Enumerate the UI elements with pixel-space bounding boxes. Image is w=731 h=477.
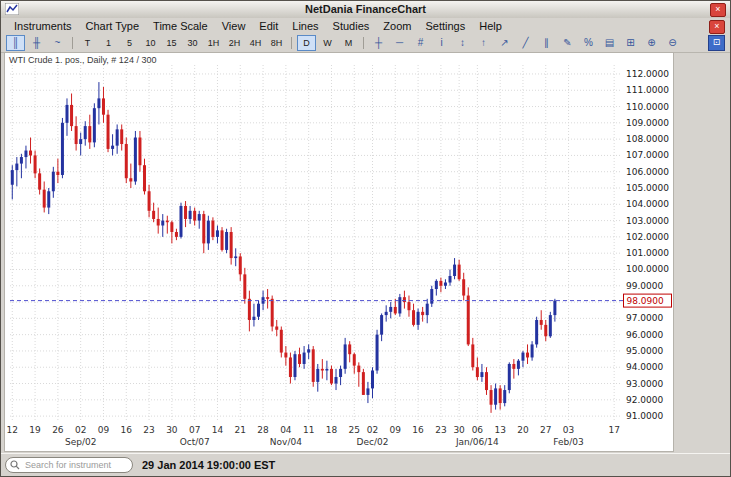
close-window-button[interactable]: × xyxy=(710,3,726,17)
month-axis-label: Oct/07 xyxy=(180,437,210,447)
date-axis-label: 30 xyxy=(453,425,465,435)
date-axis-label: 12 xyxy=(7,425,18,435)
date-axis-label: 14 xyxy=(212,425,224,435)
price-axis-label: 94.0000 xyxy=(626,362,663,372)
timescale-8h-button[interactable]: 8H xyxy=(267,35,286,51)
zoom-in-button[interactable]: ⊕ xyxy=(642,35,661,51)
toolbar: ║╫~T151015301H2H4H8HDWM┼─#i↕↑↗╱∥✎%▤⊞⊕⊖ ⊡ xyxy=(1,34,730,53)
parallel-lines-tool-button[interactable]: ∥ xyxy=(537,35,556,51)
dock-button[interactable]: ⊡ xyxy=(708,35,725,51)
price-axis-label: 110.0000 xyxy=(626,102,669,112)
vertical-scale-button[interactable]: ↕ xyxy=(453,35,472,51)
menu-settings[interactable]: Settings xyxy=(418,19,472,33)
grid-tool-button[interactable]: # xyxy=(411,35,430,51)
chart-plot-area[interactable] xyxy=(10,65,621,421)
toolbar-separator xyxy=(291,37,292,49)
toolbar-items: ║╫~T151015301H2H4H8HDWM┼─#i↕↑↗╱∥✎%▤⊞⊕⊖ xyxy=(1,34,730,52)
date-axis-label: 17 xyxy=(608,425,619,435)
pencil-tool-button[interactable]: ✎ xyxy=(558,35,577,51)
horizontal-line-tool-button[interactable]: ─ xyxy=(390,35,409,51)
candlestick-chart: 112.0000111.0000110.0000109.0000108.0000… xyxy=(5,53,673,451)
status-bar: 29 Jan 2014 19:00:00 EST xyxy=(1,453,730,476)
menu-view[interactable]: View xyxy=(215,19,253,33)
date-axis-label: 09 xyxy=(98,425,110,435)
menu-lines[interactable]: Lines xyxy=(285,19,325,33)
date-axis-label: 11 xyxy=(303,425,314,435)
date-axis-label: 02 xyxy=(367,425,378,435)
price-axis-label: 95.0000 xyxy=(626,346,663,356)
timescale-t-button[interactable]: T xyxy=(78,35,97,51)
print-button[interactable]: ▤ xyxy=(600,35,619,51)
timescale-m-button[interactable]: M xyxy=(339,35,358,51)
date-axis-label: 26 xyxy=(52,425,64,435)
date-axis-label: 13 xyxy=(494,425,505,435)
candlestick-chart-button[interactable]: ║ xyxy=(6,35,25,51)
menu-chart-type[interactable]: Chart Type xyxy=(78,19,146,33)
search-input[interactable] xyxy=(23,459,127,471)
date-axis-label: 04 xyxy=(280,425,292,435)
date-axis-label: 20 xyxy=(517,425,529,435)
title-bar: NetDania FinanceChart × xyxy=(1,1,730,19)
timescale-w-button[interactable]: W xyxy=(318,35,337,51)
timescale-10-button[interactable]: 10 xyxy=(141,35,160,51)
month-axis-label: Dec/02 xyxy=(357,437,389,447)
timescale-1h-button[interactable]: 1H xyxy=(204,35,223,51)
timescale-4h-button[interactable]: 4H xyxy=(246,35,265,51)
toolbar-separator xyxy=(363,37,364,49)
date-axis-label: 16 xyxy=(412,425,424,435)
date-axis-label: 21 xyxy=(235,425,246,435)
price-axis-label: 109.0000 xyxy=(626,118,669,128)
zoom-area-button[interactable]: ⊞ xyxy=(621,35,640,51)
price-axis-label: 102.0000 xyxy=(626,232,669,242)
menu-bar: InstrumentsChart TypeTime ScaleViewEditL… xyxy=(1,18,730,34)
menu-zoom[interactable]: Zoom xyxy=(376,19,418,33)
menu-help[interactable]: Help xyxy=(472,19,509,33)
menu-items: InstrumentsChart TypeTime ScaleViewEditL… xyxy=(1,18,730,34)
price-axis-label: 93.0000 xyxy=(626,379,663,389)
price-axis-label: 108.0000 xyxy=(626,134,669,144)
chart-panel: WTI Crude 1. pos., Daily, # 124 / 300 11… xyxy=(4,52,674,452)
date-axis-label: 27 xyxy=(540,425,551,435)
price-axis-label: 104.0000 xyxy=(626,199,669,209)
zoom-out-button[interactable]: ⊖ xyxy=(663,35,682,51)
crosshair-tool-button[interactable]: ┼ xyxy=(369,35,388,51)
fibonacci-tool-button[interactable]: % xyxy=(579,35,598,51)
last-price-label: 98.0900 xyxy=(627,296,664,306)
price-axis-label: 99.0000 xyxy=(626,281,663,291)
timescale-5-button[interactable]: 5 xyxy=(120,35,139,51)
date-axis-label: 23 xyxy=(435,425,446,435)
month-axis-label: Nov/04 xyxy=(270,437,302,447)
menu-time-scale[interactable]: Time Scale xyxy=(146,19,215,33)
price-axis-label: 103.0000 xyxy=(626,216,669,226)
price-axis-label: 107.0000 xyxy=(626,150,669,160)
timescale-30-button[interactable]: 30 xyxy=(183,35,202,51)
timescale-2h-button[interactable]: 2H xyxy=(225,35,244,51)
trendline-tool-button[interactable]: ╱ xyxy=(516,35,535,51)
price-axis-label: 91.0000 xyxy=(626,411,663,421)
info-tool-button[interactable]: i xyxy=(432,35,451,51)
date-axis-label: 06 xyxy=(472,425,484,435)
month-axis-label: Feb/03 xyxy=(553,437,583,447)
menu-studies[interactable]: Studies xyxy=(326,19,377,33)
close-chart-button[interactable]: × xyxy=(709,20,725,34)
date-axis-label: 16 xyxy=(121,425,133,435)
price-axis-label: 112.0000 xyxy=(626,69,669,79)
last-update-timestamp: 29 Jan 2014 19:00:00 EST xyxy=(142,459,275,471)
window-title: NetDania FinanceChart xyxy=(1,3,730,15)
menu-edit[interactable]: Edit xyxy=(252,19,285,33)
timescale-15-button[interactable]: 15 xyxy=(162,35,181,51)
date-axis-label: 19 xyxy=(29,425,41,435)
date-axis-label: 18 xyxy=(326,425,338,435)
bar-chart-button[interactable]: ╫ xyxy=(27,35,46,51)
line-chart-button[interactable]: ~ xyxy=(48,35,67,51)
trend-arrow-tool-button[interactable]: ↗ xyxy=(495,35,514,51)
date-axis-label: 02 xyxy=(75,425,86,435)
month-axis-label: Sep/02 xyxy=(65,437,96,447)
timescale-d-button[interactable]: D xyxy=(297,35,316,51)
timescale-1-button[interactable]: 1 xyxy=(99,35,118,51)
date-axis-label: 07 xyxy=(189,425,200,435)
arrow-tool-button[interactable]: ↑ xyxy=(474,35,493,51)
search-icon xyxy=(10,460,20,470)
instrument-search-box[interactable] xyxy=(5,457,133,473)
menu-instruments[interactable]: Instruments xyxy=(7,19,78,33)
